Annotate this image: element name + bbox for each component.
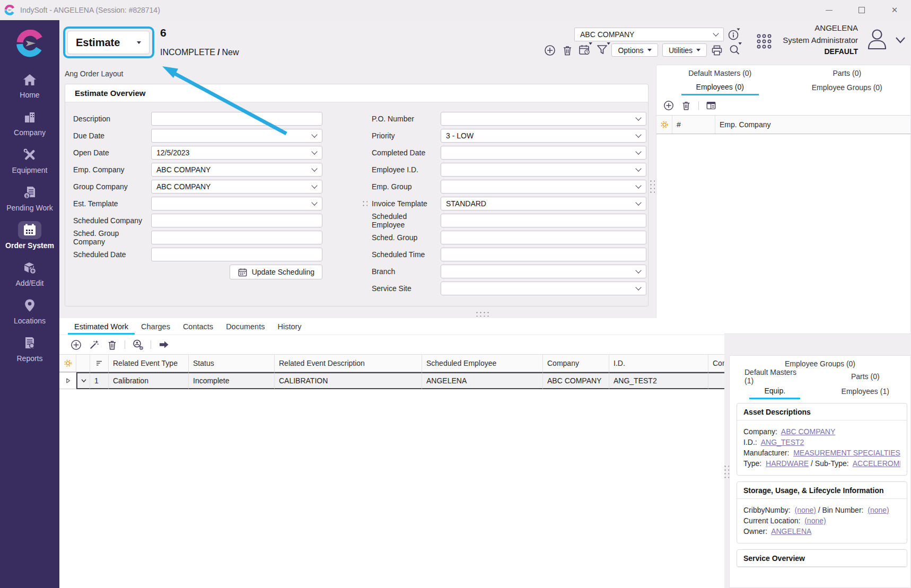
scheduled-time-field[interactable]: [441, 248, 646, 261]
column-header-related-event-description[interactable]: Related Event Description: [275, 354, 422, 372]
due-date-select[interactable]: [151, 129, 322, 143]
sched-group-company-field[interactable]: [151, 231, 322, 244]
sidebar-item-add-edit[interactable]: Add/Edit: [0, 254, 59, 292]
service-site-select[interactable]: [441, 282, 646, 295]
delete-button[interactable]: [562, 45, 573, 56]
magic-wand-icon[interactable]: [89, 339, 100, 350]
options-button[interactable]: Options: [611, 43, 658, 57]
user-menu-chevron[interactable]: [895, 36, 906, 45]
tab-estimated-work[interactable]: Estimated Work: [68, 322, 135, 335]
column-header-id[interactable]: I.D.: [609, 354, 708, 372]
overview-right-column: P.O. Number Priority 3 - LOW Completed D…: [372, 112, 646, 299]
sidebar-item-pending-work[interactable]: $ Pending Work: [0, 179, 59, 216]
info-dropdown-button[interactable]: [728, 28, 740, 41]
search-person-icon[interactable]: [132, 339, 144, 350]
maximize-button[interactable]: [845, 0, 878, 20]
company-combobox[interactable]: ABC COMPANY: [574, 28, 724, 41]
field-drag-handle[interactable]: [362, 200, 367, 208]
calendar-dropdown-button[interactable]: [578, 41, 593, 56]
tab-parts[interactable]: Parts (0): [820, 370, 911, 384]
sidebar-item-company[interactable]: Company: [0, 103, 59, 141]
tab-employees[interactable]: Employees (1): [820, 384, 911, 400]
calendar-icon: [238, 267, 248, 277]
column-header-num[interactable]: #: [672, 116, 715, 134]
add-button[interactable]: [544, 45, 556, 56]
chevron-down-icon: [635, 165, 641, 171]
sort-icon[interactable]: [95, 359, 103, 367]
vertical-splitter-handle[interactable]: [649, 179, 655, 194]
column-header-scheduled-employee[interactable]: Scheduled Employee: [422, 354, 543, 372]
scheduled-date-field[interactable]: [151, 248, 322, 261]
tab-equip[interactable]: Equip.: [730, 384, 820, 400]
asset-company-link[interactable]: ABC COMPANY: [781, 427, 835, 436]
estimated-work-row[interactable]: 1 Calibration Incomplete CALIBRATION ANG…: [59, 372, 724, 389]
arrow-right-icon[interactable]: [158, 339, 170, 350]
emp-company-select[interactable]: ABC COMPANY: [151, 163, 322, 177]
utilities-button[interactable]: Utilities: [662, 43, 707, 57]
group-company-select[interactable]: ABC COMPANY: [151, 180, 322, 194]
minimize-button[interactable]: [812, 0, 845, 20]
scheduled-company-field[interactable]: [151, 214, 322, 227]
sidebar-item-home[interactable]: Home: [0, 66, 59, 103]
sidebar-item-locations[interactable]: Locations: [0, 292, 59, 329]
plus-circle-icon[interactable]: [71, 339, 82, 350]
scheduled-employee-field[interactable]: [441, 214, 646, 227]
est-template-select[interactable]: [151, 197, 322, 210]
sidebar-item-order-system[interactable]: Order System: [0, 216, 59, 254]
owner-link[interactable]: ANGELENA: [771, 527, 811, 536]
column-header-status[interactable]: Status: [189, 354, 275, 372]
order-type-dropdown[interactable]: Estimate: [67, 31, 150, 54]
invoice-template-select[interactable]: STANDARD: [441, 197, 646, 210]
print-button[interactable]: [711, 45, 723, 56]
cribby-link[interactable]: (none): [794, 506, 816, 514]
open-date-select[interactable]: 12/5/2023: [151, 146, 322, 160]
column-header-company[interactable]: Company: [543, 354, 609, 372]
update-scheduling-button[interactable]: Update Scheduling: [230, 265, 322, 279]
priority-select[interactable]: 3 - LOW: [441, 129, 646, 143]
tab-parts[interactable]: Parts (0): [784, 67, 911, 80]
column-header-emp-company[interactable]: Emp. Company: [715, 116, 910, 134]
tab-documents[interactable]: Documents: [220, 322, 271, 335]
column-header-related-event-type[interactable]: Related Event Type: [109, 354, 189, 372]
user-avatar-button[interactable]: [864, 27, 890, 52]
expand-row-icon[interactable]: [64, 377, 72, 384]
sidebar-item-reports[interactable]: Reports: [0, 329, 59, 367]
close-button[interactable]: ✕: [878, 0, 911, 20]
sun-options-icon[interactable]: [64, 359, 72, 367]
branch-select[interactable]: [441, 265, 646, 278]
horizontal-splitter-handle[interactable]: [475, 311, 490, 317]
emp-group-select[interactable]: [441, 180, 646, 194]
location-link[interactable]: (none): [804, 516, 826, 525]
tab-default-masters[interactable]: Default Masters (0): [656, 67, 784, 80]
completed-date-select[interactable]: [441, 146, 646, 160]
tab-default-masters[interactable]: Default Masters (1): [730, 370, 820, 384]
filter-dropdown-button[interactable]: [596, 41, 611, 56]
tab-history[interactable]: History: [271, 322, 308, 335]
tab-contacts[interactable]: Contacts: [177, 322, 220, 335]
asset-type-link[interactable]: HARDWARE: [766, 459, 809, 468]
field-label: Sched. Group: [372, 233, 441, 242]
plus-circle-icon[interactable]: [663, 100, 674, 111]
sun-options-icon[interactable]: [660, 120, 669, 129]
trash-icon[interactable]: [681, 100, 691, 111]
asset-subtype-link[interactable]: ACCELEROMETER: [853, 459, 900, 468]
form-view-icon[interactable]: [706, 100, 716, 111]
chevron-down-icon[interactable]: [80, 377, 87, 384]
asset-descriptions-card: Asset Descriptions Company: ABC COMPANY …: [737, 403, 907, 476]
sched-group-field[interactable]: [441, 231, 646, 244]
trash-icon[interactable]: [107, 339, 118, 350]
description-field[interactable]: [151, 112, 322, 126]
tab-employees[interactable]: Employees (0): [656, 80, 784, 96]
column-header-com[interactable]: Com: [708, 354, 724, 372]
tab-employee-groups[interactable]: Employee Groups (0): [784, 80, 911, 96]
app-grid-button[interactable]: [755, 32, 773, 50]
po-number-select[interactable]: [441, 112, 646, 126]
bin-link[interactable]: (none): [868, 506, 889, 514]
employee-id-select[interactable]: [441, 163, 646, 177]
asset-id-link[interactable]: ANG_TEST2: [761, 438, 804, 446]
asset-manufacturer-link[interactable]: MEASUREMENT SPECIALTIES: [793, 449, 900, 457]
sidebar-item-equipment[interactable]: Equipment: [0, 141, 59, 179]
order-status: INCOMPLETE/New: [160, 48, 239, 57]
tab-charges[interactable]: Charges: [135, 322, 177, 335]
search-dropdown-button[interactable]: [728, 41, 742, 56]
